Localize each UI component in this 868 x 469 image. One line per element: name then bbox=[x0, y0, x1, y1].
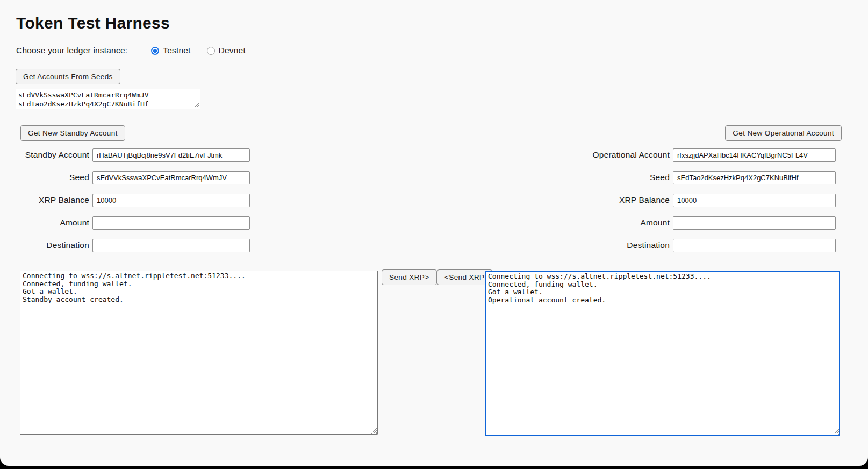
radio-option-devnet[interactable]: Devnet bbox=[207, 46, 246, 55]
seeds-textarea[interactable]: sEdVVkSsswaXPCvEatRmcarRrq4WmJV sEdTao2d… bbox=[16, 89, 200, 109]
get-new-operational-account-button[interactable]: Get New Operational Account bbox=[725, 125, 842, 141]
send-xrp-right-button[interactable]: Send XRP> bbox=[382, 269, 437, 285]
operational-destination-label: Destination bbox=[570, 240, 673, 250]
page-title: Token Test Harness bbox=[16, 14, 170, 32]
standby-destination-label: Destination bbox=[20, 240, 92, 250]
operational-destination-row: Destination bbox=[570, 238, 836, 252]
operational-amount-row: Amount bbox=[570, 216, 836, 230]
operational-xrp-balance-label: XRP Balance bbox=[570, 195, 673, 205]
devnet-radio-label: Devnet bbox=[219, 46, 246, 55]
standby-seed-row: Seed bbox=[20, 170, 250, 184]
operational-seed-label: Seed bbox=[570, 173, 673, 182]
operational-account-row: Operational Account bbox=[570, 148, 836, 162]
standby-log-textarea[interactable]: Connecting to wss://s.altnet.rippletest.… bbox=[20, 271, 378, 435]
operational-form: Operational Account Seed XRP Balance Amo… bbox=[570, 148, 836, 261]
standby-balance-row: XRP Balance bbox=[20, 193, 250, 207]
operational-account-input[interactable] bbox=[673, 148, 836, 162]
operational-amount-input[interactable] bbox=[673, 216, 836, 230]
standby-seed-input[interactable] bbox=[92, 171, 250, 184]
standby-destination-input[interactable] bbox=[92, 239, 250, 252]
standby-amount-input[interactable] bbox=[92, 216, 250, 230]
operational-log-wrap: Connecting to wss://s.altnet.rippletest.… bbox=[485, 271, 840, 436]
testnet-radio-icon[interactable] bbox=[151, 47, 159, 55]
operational-seed-row: Seed bbox=[570, 170, 836, 184]
testnet-radio-label: Testnet bbox=[163, 46, 190, 55]
radio-option-testnet[interactable]: Testnet bbox=[151, 46, 190, 55]
get-accounts-from-seeds-button[interactable]: Get Accounts From Seeds bbox=[16, 69, 120, 84]
standby-account-row: Standby Account bbox=[20, 148, 250, 162]
standby-amount-row: Amount bbox=[20, 216, 250, 230]
operational-account-label: Operational Account bbox=[570, 150, 673, 160]
devnet-radio-icon[interactable] bbox=[207, 47, 215, 55]
operational-xrp-balance-input[interactable] bbox=[673, 194, 836, 207]
token-test-harness-page: Token Test Harness Choose your ledger in… bbox=[0, 0, 868, 466]
operational-destination-input[interactable] bbox=[673, 239, 836, 252]
standby-account-input[interactable] bbox=[92, 148, 250, 162]
standby-amount-label: Amount bbox=[20, 218, 92, 228]
operational-balance-row: XRP Balance bbox=[570, 193, 836, 207]
standby-log-wrap: Connecting to wss://s.altnet.rippletest.… bbox=[20, 271, 378, 435]
standby-xrp-balance-input[interactable] bbox=[92, 194, 250, 207]
seeds-textarea-wrap: sEdVVkSsswaXPCvEatRmcarRrq4WmJV sEdTao2d… bbox=[16, 89, 200, 109]
operational-log-textarea[interactable]: Connecting to wss://s.altnet.rippletest.… bbox=[485, 271, 840, 436]
standby-destination-row: Destination bbox=[20, 238, 250, 252]
get-new-standby-account-button[interactable]: Get New Standby Account bbox=[20, 125, 125, 141]
standby-form: Standby Account Seed XRP Balance Amount … bbox=[20, 148, 250, 261]
send-xrp-left-button[interactable]: <Send XRP bbox=[437, 269, 492, 285]
standby-seed-label: Seed bbox=[20, 173, 92, 182]
ledger-instance-chooser: Choose your ledger instance: Testnet Dev… bbox=[16, 46, 262, 55]
operational-seed-input[interactable] bbox=[673, 171, 836, 184]
standby-account-label: Standby Account bbox=[20, 150, 92, 160]
operational-amount-label: Amount bbox=[570, 218, 673, 228]
standby-xrp-balance-label: XRP Balance bbox=[20, 195, 92, 205]
ledger-instance-label: Choose your ledger instance: bbox=[16, 46, 127, 55]
